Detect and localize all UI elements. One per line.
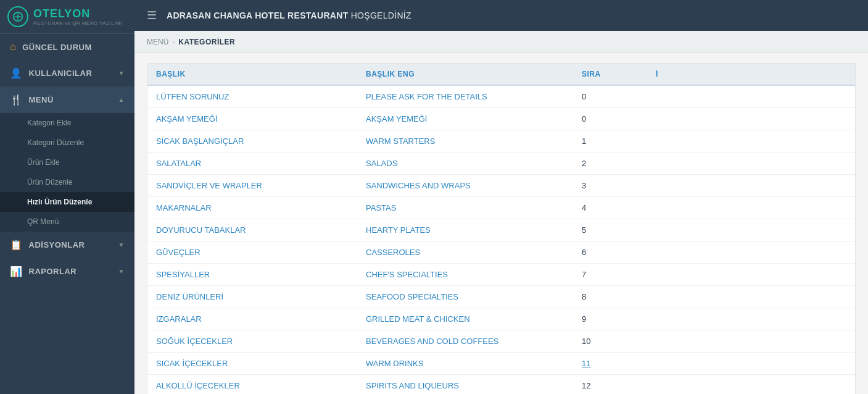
table-row: SICAK BAŞLANGIÇLARWARM STARTERS1	[147, 130, 855, 153]
logo-circle	[7, 6, 28, 27]
cell-actions	[647, 108, 855, 130]
sidebar-item-hizli-urun-duzenle[interactable]: Hızlı Ürün Düzenle	[0, 192, 134, 212]
cell-baslik[interactable]: AKŞAM YEMEĞİ	[147, 108, 357, 130]
sidebar-item-kategori-duzenle[interactable]: Kategori Düzenle	[0, 133, 134, 153]
cell-baslik[interactable]: MAKARNALAR	[147, 197, 357, 219]
cell-sira: 0	[573, 85, 647, 108]
cell-actions	[647, 308, 855, 330]
table-row: SALATALARSALADS2	[147, 153, 855, 175]
breadcrumb-menu[interactable]: MENÜ	[147, 38, 168, 46]
chevron-down-icon: ▼	[118, 70, 125, 77]
sidebar-item-kullanicilar[interactable]: 👤 KULLANICILAR ▼	[0, 60, 134, 86]
cell-actions	[647, 219, 855, 241]
cell-baslik-eng[interactable]: CHEF'S SPECIALTIES	[357, 264, 573, 286]
cell-baslik[interactable]: IZGARALAR	[147, 308, 357, 330]
logo-text: OTELYON RESTORAN ve QR MENÜ YAZILIMI	[33, 8, 122, 26]
chevron-down-icon: ▼	[118, 241, 125, 248]
cell-baslik[interactable]: ALKOLLÜ İÇECEKLER	[147, 375, 357, 395]
cell-baslik-eng[interactable]: PASTAS	[357, 197, 573, 219]
cell-baslik-eng[interactable]: SANDWICHES AND WRAPS	[357, 175, 573, 197]
cell-baslik-eng[interactable]: WARM STARTERS	[357, 130, 573, 153]
cell-sira: 8	[573, 286, 647, 308]
sidebar-item-label: ADİSYONLAR	[29, 240, 85, 249]
categories-table-wrapper: BAŞLIK BAŞLIK ENG SIRA İ LÜTFEN SORUNUZP…	[147, 63, 856, 394]
breadcrumb-separator: ›	[172, 38, 175, 46]
cell-sira: 4	[573, 197, 647, 219]
cell-actions	[647, 197, 855, 219]
menu-sub-nav: Kategori Ekle Kategori Düzenle Ürün Ekle…	[0, 113, 134, 232]
main-area: ☰ ADRASAN CHANGA HOTEL RESTAURANT HOŞGEL…	[134, 0, 868, 394]
table-row: SPESİYALLERCHEF'S SPECIALTIES7	[147, 264, 855, 286]
table-row: IZGARALARGRILLED MEAT & CHICKEN9	[147, 308, 855, 330]
sidebar-item-label: KULLANICILAR	[29, 69, 93, 78]
logo-sub: RESTORAN ve QR MENÜ YAZILIMI	[33, 20, 122, 26]
sidebar-item-raporlar[interactable]: 📊 RAPORLAR ▼	[0, 258, 134, 285]
cell-sira: 6	[573, 241, 647, 264]
cell-baslik[interactable]: GÜVEÇLER	[147, 241, 357, 264]
cell-baslik[interactable]: SOĞUK İÇECEKLER	[147, 330, 357, 353]
table-header: BAŞLIK BAŞLIK ENG SIRA İ	[147, 64, 855, 85]
cell-baslik[interactable]: DOYURUCU TABAKLAR	[147, 219, 357, 241]
breadcrumb: MENÜ › KATEGORİLER	[134, 31, 868, 53]
chevron-down-icon: ▼	[118, 268, 125, 275]
cell-baslik-eng[interactable]: SEAFOOD SPECIALTIES	[357, 286, 573, 308]
cell-baslik[interactable]: SICAK İÇECEKLER	[147, 353, 357, 375]
cell-baslik-eng[interactable]: CASSEROLES	[357, 241, 573, 264]
cell-baslik[interactable]: SALATALAR	[147, 153, 357, 175]
cell-baslik[interactable]: SICAK BAŞLANGIÇLAR	[147, 130, 357, 153]
content-area: BAŞLIK BAŞLIK ENG SIRA İ LÜTFEN SORUNUZP…	[134, 53, 868, 394]
topbar-title: ADRASAN CHANGA HOTEL RESTAURANT HOŞGELDİ…	[167, 10, 411, 20]
cell-actions	[647, 264, 855, 286]
sidebar-item-urun-duzenle[interactable]: Ürün Düzenle	[0, 172, 134, 192]
cell-sira: 7	[573, 264, 647, 286]
sidebar-item-menu[interactable]: 🍴 MENÜ ▲	[0, 86, 134, 113]
table-row: DOYURUCU TABAKLARHEARTY PLATES5	[147, 219, 855, 241]
col-header-baslik: BAŞLIK	[147, 64, 357, 85]
cell-baslik[interactable]: DENİZ ÜRÜNLERİ	[147, 286, 357, 308]
sidebar-item-label: MENÜ	[29, 95, 54, 104]
sidebar-item-kategori-ekle[interactable]: Kategori Ekle	[0, 113, 134, 133]
sidebar-item-guncel-durum[interactable]: ⌂ GÜNCEL DURUM	[0, 34, 134, 60]
topbar-greeting: HOŞGELDİNİZ	[348, 10, 411, 20]
cell-actions	[647, 353, 855, 375]
chevron-up-icon: ▲	[118, 96, 125, 103]
cell-sira: 12	[573, 375, 647, 395]
cell-baslik-eng[interactable]: SPIRITS AND LIQUEURS	[357, 375, 573, 395]
cell-baslik-eng[interactable]: SALADS	[357, 153, 573, 175]
cell-actions	[647, 85, 855, 108]
table-row: ALKOLLÜ İÇECEKLERSPIRITS AND LIQUEURS12	[147, 375, 855, 395]
sidebar-item-qr-menu[interactable]: QR Menü	[0, 212, 134, 232]
cell-actions	[647, 375, 855, 395]
table-row: DENİZ ÜRÜNLERİSEAFOOD SPECIALTIES8	[147, 286, 855, 308]
col-header-sira: SIRA	[573, 64, 647, 85]
table-row: SOĞUK İÇECEKLERBEVERAGES AND COLD COFFEE…	[147, 330, 855, 353]
table-row: MAKARNALARPASTAS4	[147, 197, 855, 219]
cell-baslik-eng[interactable]: BEVERAGES AND COLD COFFEES	[357, 330, 573, 353]
table-row: SANDVİÇLER VE WRAPLERSANDWICHES AND WRAP…	[147, 175, 855, 197]
receipt-icon: 📋	[10, 239, 23, 251]
table-row: LÜTFEN SORUNUZPLEASE ASK FOR THE DETAILS…	[147, 85, 855, 108]
cell-actions	[647, 175, 855, 197]
cell-baslik-eng[interactable]: GRILLED MEAT & CHICKEN	[357, 308, 573, 330]
cell-baslik-eng[interactable]: AKŞAM YEMEĞİ	[357, 108, 573, 130]
table-row: AKŞAM YEMEĞİAKŞAM YEMEĞİ0	[147, 108, 855, 130]
cell-sira[interactable]: 11	[573, 353, 647, 375]
cell-baslik-eng[interactable]: HEARTY PLATES	[357, 219, 573, 241]
table-row: GÜVEÇLERCASSEROLES6	[147, 241, 855, 264]
sidebar-item-label: GÜNCEL DURUM	[22, 43, 92, 52]
cell-sira: 5	[573, 219, 647, 241]
sidebar-nav: ⌂ GÜNCEL DURUM 👤 KULLANICILAR ▼ 🍴 MENÜ ▲…	[0, 34, 134, 394]
hamburger-icon[interactable]: ☰	[147, 9, 157, 22]
cell-baslik[interactable]: SPESİYALLER	[147, 264, 357, 286]
cell-baslik[interactable]: SANDVİÇLER VE WRAPLER	[147, 175, 357, 197]
sidebar-item-label: RAPORLAR	[29, 267, 77, 276]
menu-icon: 🍴	[10, 94, 23, 106]
sidebar-item-urun-ekle[interactable]: Ürün Ekle	[0, 153, 134, 172]
cell-actions	[647, 241, 855, 264]
sidebar-item-adisyonlar[interactable]: 📋 ADİSYONLAR ▼	[0, 232, 134, 258]
cell-sira: 3	[573, 175, 647, 197]
cell-baslik-eng[interactable]: PLEASE ASK FOR THE DETAILS	[357, 85, 573, 108]
cell-baslik[interactable]: LÜTFEN SORUNUZ	[147, 85, 357, 108]
cell-baslik-eng[interactable]: WARM DRINKS	[357, 353, 573, 375]
users-icon: 👤	[10, 67, 23, 79]
